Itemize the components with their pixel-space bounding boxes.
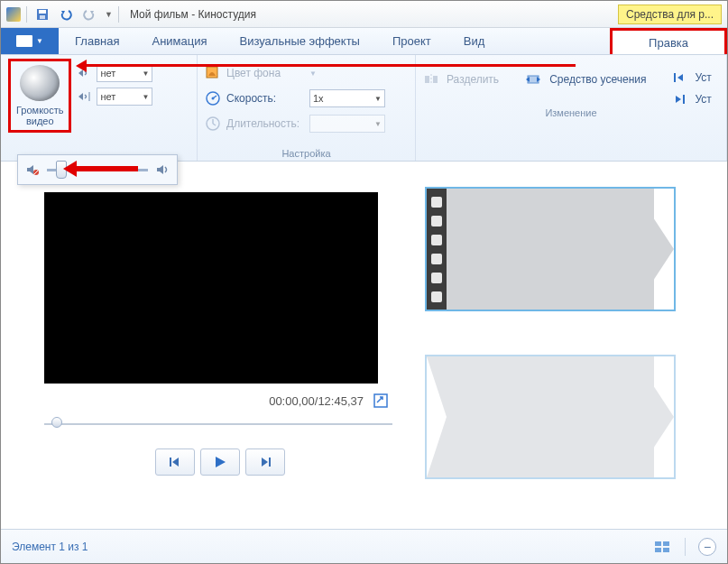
title-bar: ▼ Мой фильм - Киностудия Средства для р.… (1, 1, 727, 28)
set-end-button[interactable]: Уст (672, 93, 712, 106)
annotation-arrow-volume (55, 162, 138, 176)
speed-combo[interactable]: 1x▼ (309, 89, 385, 107)
fullscreen-icon[interactable] (373, 393, 389, 409)
app-icon (6, 7, 21, 22)
video-volume-button[interactable]: Громкость видео (8, 59, 71, 133)
chevron-down-icon[interactable]: ▼ (309, 69, 317, 78)
undo-icon (59, 7, 73, 22)
play-button[interactable] (200, 448, 240, 476)
tab-edit[interactable]: Правка (610, 28, 727, 54)
redo-icon (82, 7, 97, 22)
annotation-arrow-tabs (80, 64, 576, 67)
chevron-down-icon: ▼ (36, 37, 43, 45)
prev-frame-button[interactable] (155, 448, 195, 476)
zoom-out-button[interactable]: − (698, 538, 716, 556)
speaker-icon (155, 162, 170, 177)
speaker-large-icon (20, 65, 60, 101)
set-end-icon (672, 93, 688, 106)
redo-button[interactable] (79, 5, 99, 24)
time-display: 00:00,00/12:45,37 (269, 394, 364, 408)
trim-icon (524, 71, 542, 88)
change-group-label: Изменение (423, 106, 719, 118)
svg-rect-16 (374, 394, 387, 407)
svg-rect-21 (655, 548, 661, 552)
svg-rect-19 (655, 541, 661, 546)
svg-rect-22 (663, 548, 669, 552)
svg-rect-1 (39, 10, 46, 14)
qat-dropdown[interactable]: ▼ (105, 10, 113, 19)
tab-animation[interactable]: Анимация (135, 28, 223, 54)
svg-rect-17 (170, 458, 171, 467)
fade-out-icon (77, 90, 93, 103)
context-tab-hint: Средства для р... (618, 5, 722, 24)
clip-thumbnail-1[interactable] (425, 187, 676, 311)
svg-rect-18 (269, 458, 271, 467)
seek-bar[interactable] (44, 421, 392, 427)
speed-label: Скорость: (226, 92, 304, 105)
speed-icon (205, 90, 221, 106)
tab-view[interactable]: Вид (447, 28, 502, 54)
trim-tool-button[interactable]: Средство усечения (524, 71, 646, 88)
svg-rect-9 (433, 76, 438, 83)
duration-label: Длительность: (226, 117, 304, 130)
qat-separator-2 (118, 6, 119, 23)
next-frame-icon (257, 456, 273, 468)
bg-color-label[interactable]: Цвет фона (226, 67, 304, 79)
set-start-button[interactable]: Уст (672, 71, 712, 84)
ribbon: Громкость видео нет▼ нет▼ (1, 55, 727, 162)
duration-icon (205, 116, 221, 132)
tab-main[interactable]: Главная (59, 28, 135, 54)
tab-visual-effects[interactable]: Визуальные эффекты (224, 28, 376, 54)
video-volume-label: Громкость видео (16, 105, 63, 126)
undo-button[interactable] (56, 5, 76, 24)
fade-in-combo[interactable]: нет▼ (97, 64, 152, 82)
split-button: Разделить (423, 71, 499, 88)
status-element-count: Элемент 1 из 1 (12, 541, 88, 553)
set-start-icon (672, 71, 688, 84)
bg-color-icon (205, 65, 221, 81)
video-preview[interactable] (44, 192, 378, 384)
file-icon (16, 35, 32, 47)
timeline-pane (425, 162, 727, 527)
svg-rect-2 (40, 15, 45, 19)
preview-pane: 00:00,00/12:45,37 (1, 162, 425, 527)
next-frame-button[interactable] (245, 448, 285, 476)
thumbnails-view-icon[interactable] (654, 539, 672, 555)
play-icon (212, 456, 228, 468)
clip-thumbnail-2[interactable] (425, 355, 676, 479)
prev-frame-icon (167, 456, 183, 468)
save-button[interactable] (32, 5, 52, 24)
qat-separator (26, 6, 27, 23)
file-menu-button[interactable]: ▼ (1, 28, 59, 54)
fade-out-combo[interactable]: нет▼ (97, 88, 152, 106)
svg-rect-20 (663, 541, 669, 546)
svg-rect-8 (425, 76, 429, 83)
seek-thumb[interactable] (51, 417, 62, 428)
speaker-mute-icon (25, 162, 40, 177)
tab-project[interactable]: Проект (376, 28, 447, 54)
status-bar: Элемент 1 из 1 − (1, 529, 727, 563)
settings-group-label: Настройка (205, 146, 408, 159)
duration-combo: ▼ (309, 115, 385, 133)
svg-point-6 (212, 97, 215, 100)
save-icon (35, 7, 50, 22)
window-title: Мой фильм - Киностудия (130, 8, 256, 21)
split-icon (423, 71, 439, 88)
filmstrip-icon (427, 189, 447, 310)
ribbon-tabs: ▼ Главная Анимация Визуальные эффекты Пр… (1, 28, 727, 55)
content-area: 00:00,00/12:45,37 (1, 162, 727, 527)
